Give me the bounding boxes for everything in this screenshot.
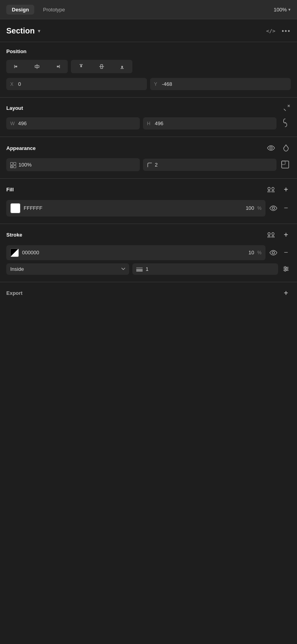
clip-content-button[interactable] — [280, 159, 291, 170]
stroke-advanced-button[interactable] — [281, 264, 291, 274]
align-bottom-button[interactable] — [112, 60, 132, 73]
eye-icon[interactable] — [266, 143, 276, 153]
export-add-button[interactable]: + — [281, 289, 291, 298]
position-section: Position — [0, 42, 297, 97]
link-dimensions-button[interactable] — [280, 117, 291, 128]
fill-section: Fill + FFFFFF 100 % − — [0, 179, 297, 224]
stroke-position-select[interactable]: Inside — [6, 263, 129, 275]
align-center-h-button[interactable] — [27, 60, 47, 73]
stroke-styles-icon[interactable] — [266, 230, 276, 240]
layout-label: Layout — [6, 105, 23, 111]
drop-icon[interactable] — [281, 143, 291, 153]
stroke-add-button[interactable]: + — [281, 230, 291, 240]
section-header: Section ▾ </> ••• — [0, 19, 297, 42]
appearance-label: Appearance — [6, 143, 291, 153]
fill-visibility-button[interactable] — [269, 204, 278, 213]
y-value: -468 — [162, 81, 172, 87]
export-section: Export + — [0, 282, 297, 311]
y-label: Y — [154, 81, 159, 87]
svg-point-13 — [270, 147, 272, 149]
h-value: 496 — [155, 120, 163, 126]
align-right-button[interactable] — [47, 60, 68, 73]
section-actions: </> ••• — [266, 28, 291, 35]
fill-color-preview[interactable] — [10, 203, 20, 213]
x-value: 0 — [18, 81, 21, 87]
alignment-row — [6, 60, 291, 73]
svg-rect-16 — [11, 165, 13, 168]
svg-point-26 — [272, 233, 274, 235]
x-input[interactable]: X 0 — [6, 78, 147, 90]
stroke-remove-button[interactable]: − — [281, 248, 291, 257]
align-vertical-group — [71, 60, 132, 73]
w-input[interactable]: W 496 — [6, 117, 140, 130]
wh-input-row: W 496 H 496 — [6, 117, 291, 130]
svg-rect-0 — [14, 65, 15, 68]
w-label: W — [10, 121, 15, 126]
align-left-button[interactable] — [6, 60, 27, 73]
stroke-percent-label: % — [257, 250, 262, 255]
fill-field[interactable]: FFFFFF 100 % — [6, 200, 265, 217]
stroke-opacity-value: 10 — [243, 250, 254, 255]
opacity-input[interactable]: 100% — [6, 158, 140, 171]
zoom-value: 100% — [274, 7, 287, 13]
svg-point-29 — [272, 252, 275, 254]
fill-row: FFFFFF 100 % − — [6, 200, 291, 217]
zoom-chevron-icon: ▾ — [288, 7, 291, 12]
fill-label: Fill + — [6, 185, 291, 194]
fill-percent-label: % — [257, 205, 262, 211]
stroke-field[interactable]: 000000 10 % — [6, 245, 265, 260]
stroke-visibility-button[interactable] — [269, 248, 278, 257]
corner-radius-input[interactable]: 2 — [143, 159, 277, 171]
svg-point-25 — [268, 233, 270, 235]
appearance-inputs: 100% 2 — [6, 158, 291, 171]
svg-point-24 — [272, 207, 275, 209]
stroke-position-value: Inside — [10, 266, 24, 272]
svg-point-37 — [286, 268, 288, 270]
svg-rect-19 — [282, 161, 285, 165]
svg-rect-8 — [99, 66, 104, 67]
tab-prototype[interactable]: Prototype — [37, 5, 71, 15]
svg-rect-14 — [11, 162, 13, 165]
layout-header: Layout — [6, 104, 291, 112]
y-input[interactable]: Y -468 — [150, 78, 291, 90]
fill-opacity-value: 100 — [243, 205, 254, 211]
stroke-lines-icon — [136, 266, 143, 272]
tab-design[interactable]: Design — [6, 5, 34, 15]
align-top-button[interactable] — [71, 60, 91, 73]
code-icon[interactable]: </> — [266, 28, 275, 34]
stroke-label: Stroke + — [6, 230, 291, 240]
x-label: X — [10, 81, 15, 87]
svg-rect-6 — [80, 64, 83, 65]
stroke-width-field[interactable]: 1 — [132, 263, 278, 275]
svg-point-23 — [272, 191, 274, 192]
stroke-color-preview[interactable] — [10, 248, 19, 257]
stroke-actions: + — [266, 230, 291, 240]
svg-point-38 — [284, 270, 286, 271]
align-center-v-button[interactable] — [91, 60, 112, 73]
more-icon[interactable]: ••• — [282, 28, 291, 35]
stroke-color-row: 000000 10 % − — [6, 245, 291, 260]
svg-point-12 — [285, 122, 286, 124]
shrink-icon[interactable] — [283, 104, 291, 112]
fill-styles-icon[interactable] — [266, 185, 276, 194]
svg-rect-4 — [59, 65, 60, 68]
zoom-control[interactable]: 100% ▾ — [274, 7, 291, 13]
svg-rect-10 — [121, 68, 124, 69]
stroke-hex-value: 000000 — [22, 250, 240, 255]
section-chevron-icon[interactable]: ▾ — [38, 28, 41, 34]
svg-rect-2 — [37, 64, 37, 69]
svg-point-21 — [272, 187, 274, 190]
appearance-actions — [266, 143, 291, 153]
opacity-grid-icon — [10, 161, 16, 168]
stroke-width-value: 1 — [146, 266, 148, 272]
fill-hex-value: FFFFFF — [24, 205, 240, 211]
fill-remove-button[interactable]: − — [281, 204, 291, 213]
h-input[interactable]: H 496 — [143, 117, 277, 130]
fill-add-button[interactable]: + — [281, 185, 291, 194]
fill-actions: + — [266, 185, 291, 194]
export-label: Export — [6, 290, 281, 296]
stroke-options-row: Inside 1 — [6, 263, 291, 275]
svg-rect-1 — [15, 66, 17, 67]
svg-point-20 — [268, 187, 270, 190]
svg-point-28 — [272, 236, 274, 238]
